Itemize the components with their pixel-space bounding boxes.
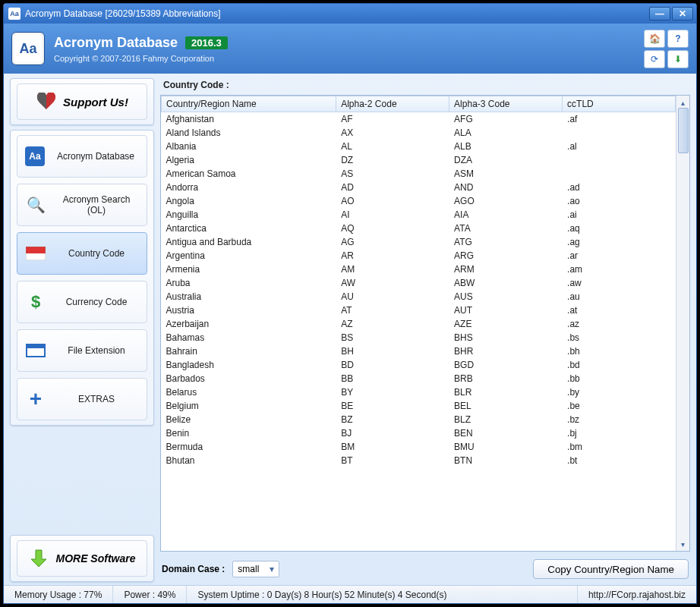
home-button[interactable]: 🏠 [644,30,665,48]
table-cell: AI [336,208,449,222]
home-icon: 🏠 [649,33,661,44]
table-row[interactable]: AzerbaijanAZAZE.az [162,317,676,331]
table-cell: Aruba [162,276,336,290]
table-cell: .ag [563,235,676,249]
table-cell: Andorra [162,181,336,194]
table-row[interactable]: Antigua and BarbudaAGATG.ag [162,235,676,249]
table-cell: American Samoa [162,167,336,181]
copyright: Copyright © 2007-2016 Fahmy Corporation [54,54,644,63]
table-row[interactable]: AntarcticaAQATA.aq [162,222,676,235]
sidebar-item-country-code[interactable]: Country Code [17,232,147,275]
table-cell: BT [336,454,449,467]
table-row[interactable]: Aland IslandsAXALA [162,126,676,140]
col-alpha3[interactable]: Alpha-3 Code [449,96,563,112]
col-country[interactable]: Country/Region Name [162,96,336,112]
support-button[interactable]: Support Us! [17,83,147,120]
help-button[interactable]: ? [667,30,689,48]
table-cell: .by [563,385,676,399]
table-cell: Argentina [162,249,336,263]
table-cell: Belarus [162,385,336,399]
more-software-button[interactable]: MORE Software [17,540,147,577]
sidebar-item-file-extension[interactable]: File Extension [17,329,147,372]
table-cell: BEL [449,399,563,413]
copy-button[interactable]: Copy Country/Region Name [533,559,689,579]
sidebar-item-acronym-database[interactable]: Aa Acronym Database [17,135,147,178]
table-cell: AUS [449,290,563,304]
flag-icon [25,243,46,264]
table-row[interactable]: BhutanBTBTN.bt [162,454,676,467]
download-button[interactable]: ⬇ [667,50,689,68]
table-cell [563,167,676,181]
table-row[interactable]: AndorraADAND.ad [162,181,676,194]
support-label: Support Us! [63,96,128,109]
table-row[interactable]: AustraliaAUAUS.au [162,290,676,304]
table-cell: BLR [449,385,563,399]
table-row[interactable]: ArgentinaARARG.ar [162,249,676,263]
table-row[interactable]: AlgeriaDZDZA [162,153,676,167]
sidebar-item-extras[interactable]: + EXTRAS [17,378,147,420]
sidebar-item-label: Acronym Database [52,151,139,162]
table-cell: AIA [449,208,563,222]
scroll-thumb[interactable] [678,108,689,153]
table-row[interactable]: AustriaATAUT.at [162,304,676,317]
domain-case-value: small [238,564,259,574]
table-row[interactable]: BelizeBZBLZ.bz [162,413,676,426]
status-memory: Memory Usage : 77% [4,586,113,603]
table-cell: .bh [563,344,676,358]
table-cell: AL [336,140,449,153]
table-row[interactable]: BeninBJBEN.bj [162,426,676,440]
sidebar-item-currency-code[interactable]: $ Currency Code [17,281,147,323]
col-alpha2[interactable]: Alpha-2 Code [336,96,449,112]
vertical-scrollbar[interactable]: ▴ ▾ [676,96,689,551]
table-row[interactable]: BahamasBSBHS.bs [162,331,676,344]
table-row[interactable]: American SamoaASASM [162,167,676,181]
table-row[interactable]: BarbadosBBBRB.bb [162,372,676,385]
window-title: Acronym Database [26029/15389 Abbreviati… [25,8,221,19]
scroll-up-icon[interactable]: ▴ [678,97,689,108]
table-cell: ALB [449,140,563,153]
table-cell [563,153,676,167]
table-cell: AT [336,304,449,317]
refresh-button[interactable]: ⟳ [644,50,665,68]
table-row[interactable]: BelgiumBEBEL.be [162,399,676,413]
status-url[interactable]: http://FCorp.rajahost.biz [578,586,696,603]
table-cell: .be [563,399,676,413]
close-button[interactable]: ✕ [672,7,693,20]
table-cell: .bb [563,372,676,385]
table-cell: AUT [449,304,563,317]
sidebar-item-acronym-search[interactable]: 🔍 Acronym Search (OL) [17,184,147,226]
table-cell: .ar [563,249,676,263]
arrow-down-icon [28,548,49,569]
table-row[interactable]: BahrainBHBHR.bh [162,344,676,358]
table-row[interactable]: AnguillaAIAIA.ai [162,208,676,222]
table-cell: DZA [449,153,563,167]
titlebar[interactable]: Aa Acronym Database [26029/15389 Abbrevi… [4,4,696,24]
col-cctld[interactable]: ccTLD [563,96,676,112]
domain-case-select[interactable]: small ▾ [232,561,279,577]
scroll-down-icon[interactable]: ▾ [678,539,689,549]
bottom-row: Domain Case : small ▾ Copy Country/Regio… [160,552,690,582]
table-header-row: Country/Region Name Alpha-2 Code Alpha-3… [162,96,676,112]
table-row[interactable]: AfghanistanAFAFG.af [162,112,676,127]
minimize-button[interactable]: — [649,7,670,20]
table-cell: Armenia [162,263,336,276]
table-cell: Antarctica [162,222,336,235]
table-row[interactable]: ArubaAWABW.aw [162,276,676,290]
table-row[interactable]: BangladeshBDBGD.bd [162,358,676,372]
refresh-icon: ⟳ [651,54,658,64]
main-panel: Country Code : Country/Region Name Alpha… [160,78,690,582]
table-cell: AG [336,235,449,249]
app-window: Aa Acronym Database [26029/15389 Abbrevi… [3,3,697,604]
table-cell: Bangladesh [162,358,336,372]
table-row[interactable]: BermudaBMBMU.bm [162,440,676,454]
table-cell: AD [336,181,449,194]
table-cell: Antigua and Barbuda [162,235,336,249]
svg-rect-4 [27,344,45,348]
table-row[interactable]: ArmeniaAMARM.am [162,263,676,276]
table-row[interactable]: AngolaAOAGO.ao [162,194,676,208]
scroll-track[interactable] [678,108,689,539]
table-row[interactable]: BelarusBYBLR.by [162,385,676,399]
table-cell: AO [336,194,449,208]
table-cell: BEN [449,426,563,440]
table-row[interactable]: AlbaniaALALB.al [162,140,676,153]
